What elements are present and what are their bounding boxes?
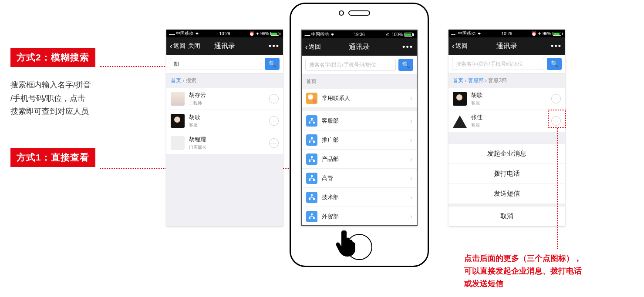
svg-rect-8 (313, 160, 315, 162)
svg-rect-10 (309, 179, 310, 181)
phone-speaker (348, 10, 370, 16)
screen-actionsheet: ●●●○○ 中国移动 10:29 ⏰ ✈ 96% ‹ 返回 通讯录 ••• 🔍 … (448, 30, 565, 226)
more-button[interactable]: ••• (269, 42, 280, 51)
svg-rect-9 (311, 175, 313, 177)
list-item-dept[interactable]: 技术部 › (302, 188, 417, 207)
svg-rect-1 (309, 122, 310, 123)
result-list: 胡存云工程师 ··· 胡歌客服 ··· 胡程耀门店部长 ··· (166, 88, 283, 154)
crumb-search: 搜索 (186, 77, 196, 83)
crumb-home[interactable]: 首页 (171, 77, 181, 83)
dept-icon (306, 154, 317, 165)
search-icon: 🔍 (268, 60, 276, 68)
alarm-icon: ⏰ (249, 31, 254, 36)
carrier-label: 中国移动 (176, 30, 193, 37)
nav-title: 通讯录 (448, 42, 565, 51)
breadcrumb: 首页 (302, 74, 417, 89)
list-item[interactable]: 胡存云工程师 ··· (166, 88, 283, 110)
favorites-icon (306, 93, 317, 104)
search-icon: 🔍 (402, 61, 410, 69)
sheet-option-sms[interactable]: 发送短信 (448, 184, 565, 204)
connector-more (557, 128, 558, 249)
search-bar: 🔍 (448, 55, 565, 73)
battery-label: 96% (543, 31, 551, 36)
nav-title: 通讯录 (302, 43, 417, 52)
avatar (453, 114, 467, 128)
dept-list: 常用联系人 › 客服部 › 推广部 › 产品部 › 高管 › 技术部 › (302, 89, 417, 226)
nav-title: 通讯录 (166, 42, 283, 51)
dept-icon (306, 134, 317, 146)
svg-rect-3 (311, 137, 313, 139)
search-input[interactable] (452, 58, 544, 70)
nav-bar: ‹ 返回 关闭 通讯录 ••• (166, 37, 283, 55)
annotation-method1-label: 方式1：直接查看 (10, 148, 95, 167)
svg-rect-14 (313, 198, 315, 200)
sheet-cancel[interactable]: 取消 (448, 206, 565, 226)
wifi-icon (195, 31, 199, 36)
list-item-favorites[interactable]: 常用联系人 › (302, 89, 417, 108)
list-item-dept[interactable]: 外贸部 › (302, 207, 417, 226)
chevron-right-icon: › (410, 117, 412, 125)
dept-icon (306, 192, 317, 203)
search-button[interactable]: 🔍 (398, 59, 413, 71)
sheet-option-call[interactable]: 拨打电话 (448, 164, 565, 184)
more-button[interactable]: ••• (402, 43, 413, 52)
search-bar: 🔍 (166, 55, 283, 73)
status-bar: ●●●●● 中国移动 19:36 ⏲ 100% (302, 30, 417, 38)
chevron-right-icon: › (410, 174, 412, 182)
list-item-dept[interactable]: 推广部 › (302, 130, 417, 150)
annotation-more-desc: 点击后面的更多（三个点图标）， 可以直接发起企业消息、拨打电话 或发送短信 (464, 252, 582, 290)
nav-bar: ‹ 返回 通讯录 ••• (448, 37, 565, 55)
more-icon[interactable]: ··· (269, 116, 279, 126)
more-icon[interactable]: ··· (269, 138, 279, 148)
screen-directory: ●●●●● 中国移动 19:36 ⏲ 100% ‹ 返回 通讯录 ••• 🔍 首… (301, 30, 418, 226)
dept-icon (306, 115, 317, 127)
search-button[interactable]: 🔍 (265, 58, 280, 70)
svg-rect-11 (313, 179, 315, 181)
svg-rect-0 (311, 118, 313, 120)
search-input[interactable] (305, 59, 396, 71)
screen-search: ●●●●● 中国移动 10:29 ⏰ ✈ 96% ‹ 返回 关闭 通讯录 •••… (166, 30, 283, 226)
crumb-dept1[interactable]: 客服部 (468, 77, 484, 83)
crumb-dept2: 客服3部 (488, 77, 507, 83)
search-input[interactable] (170, 58, 262, 70)
signal-icon: ●●●●● (169, 31, 175, 36)
avatar (171, 92, 185, 106)
wifi-icon (477, 31, 482, 36)
alarm-icon: ⏲ (386, 32, 390, 37)
list-item-dept[interactable]: 产品部 › (302, 150, 417, 169)
svg-rect-13 (309, 198, 310, 200)
avatar (453, 92, 467, 106)
svg-rect-2 (313, 122, 315, 123)
crumb-home[interactable]: 首页 (453, 77, 463, 83)
chevron-right-icon: › (410, 155, 412, 163)
search-button[interactable]: 🔍 (547, 58, 562, 70)
dept-icon (306, 173, 317, 184)
list-item-dept[interactable]: 客服部 › (302, 111, 417, 130)
list-item[interactable]: 胡程耀门店部长 ··· (166, 132, 283, 154)
svg-rect-6 (311, 156, 313, 158)
sheet-option-message[interactable]: 发起企业消息 (448, 143, 565, 164)
avatar (171, 114, 185, 128)
more-button[interactable]: ••• (551, 42, 562, 51)
svg-rect-16 (309, 217, 310, 219)
svg-rect-17 (313, 217, 315, 219)
hand-cursor-icon (334, 227, 361, 257)
list-item[interactable]: 胡歌客服 ··· (448, 88, 565, 110)
chevron-right-icon: › (410, 136, 412, 144)
search-icon: 🔍 (550, 60, 559, 68)
list-item[interactable]: 胡歌客服 ··· (166, 110, 283, 132)
svg-rect-5 (313, 141, 315, 143)
avatar (171, 136, 185, 150)
battery-icon (404, 33, 414, 37)
more-icon[interactable]: ··· (551, 94, 561, 103)
status-bar: ●●●○○ 中国移动 10:29 ⏰ ✈ 96% (448, 30, 565, 37)
crumb-home[interactable]: 首页 (306, 78, 317, 84)
breadcrumb: 首页 › 搜索 (166, 73, 283, 88)
status-bar: ●●●●● 中国移动 10:29 ⏰ ✈ 96% (166, 30, 283, 37)
list-item-dept[interactable]: 高管 › (302, 169, 417, 188)
more-icon[interactable]: ··· (269, 94, 279, 103)
wifi-icon (330, 32, 335, 37)
carrier-label: 中国移动 (458, 30, 475, 37)
chevron-right-icon: › (410, 194, 412, 201)
svg-rect-12 (311, 194, 313, 196)
